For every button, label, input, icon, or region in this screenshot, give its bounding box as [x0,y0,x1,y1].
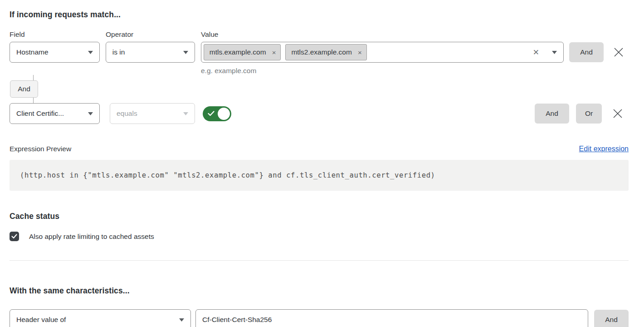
chevron-down-icon [183,112,188,115]
connector-line [33,75,34,80]
delete-condition-icon[interactable] [613,109,623,119]
cached-assets-checkbox[interactable] [10,232,19,241]
characteristic-select-value: Header value of [16,316,66,324]
value-multiselect[interactable]: mtls.example.com × mtls2.example.com × ✕ [201,42,564,63]
cached-assets-option: Also apply rate limiting to cached asset… [10,232,629,241]
remove-tag-icon[interactable]: × [272,49,276,56]
operator-column-label: Operator [106,30,201,39]
expression-preview-label: Expression Preview [10,145,71,153]
value-tag-text: mtls2.example.com [291,48,352,56]
delete-condition-icon[interactable] [614,47,624,57]
operator-select-value: is in [112,48,125,56]
check-icon [11,234,17,239]
operator-select[interactable]: is in [106,42,195,63]
match-section-title: If incoming requests match... [10,10,629,20]
value-tag: mtls2.example.com × [285,44,366,60]
rule-builder-page: If incoming requests match... Field Oper… [0,0,644,327]
add-characteristic-button[interactable]: And [594,310,629,327]
field-select-client-certificate[interactable]: Client Certific... [10,103,100,124]
cached-assets-label: Also apply rate limiting to cached asset… [29,233,154,241]
condition-connector: And [10,75,629,103]
characteristics-row: Header value of And [10,309,629,327]
chevron-down-icon [179,318,184,322]
connector-line [33,98,34,103]
cert-verified-toggle[interactable] [203,106,231,121]
operator-select-value: equals [117,109,137,118]
field-select-value: Hostname [16,48,49,56]
value-tag-text: mtls.example.com [210,48,266,56]
remove-tag-icon[interactable]: × [358,49,362,56]
connector-and-chip[interactable]: And [10,80,38,98]
chevron-down-icon[interactable] [552,51,557,54]
add-and-condition-button[interactable]: And [535,104,569,124]
column-labels: Field Operator Value [10,30,629,39]
operator-select-disabled: equals [110,103,195,124]
value-tag: mtls.example.com × [204,44,281,60]
expression-code-block: (http.host in {"mtls.example.com" "mtls2… [10,160,629,191]
field-select-value: Client Certific... [16,109,64,118]
cache-status-title: Cache status [10,212,629,221]
add-or-condition-button[interactable]: Or [576,104,602,124]
condition-row-1: Hostname is in mtls.example.com × mtls2.… [10,42,629,63]
field-column-label: Field [10,30,106,39]
value-column-label: Value [201,30,219,39]
clear-all-icon[interactable]: ✕ [533,49,539,56]
header-name-input[interactable] [195,309,588,327]
characteristic-select[interactable]: Header value of [10,309,191,327]
chevron-down-icon [183,51,188,54]
condition-row-2: Client Certific... equals And Or [10,103,629,124]
expression-preview-header: Expression Preview Edit expression [10,145,629,153]
edit-expression-link[interactable]: Edit expression [579,145,629,153]
toggle-knob [218,108,230,120]
add-and-condition-button[interactable]: And [569,42,604,62]
section-divider [10,260,629,261]
chevron-down-icon [88,112,93,115]
characteristics-title: With the same characteristics... [10,286,629,296]
chevron-down-icon [88,51,93,54]
value-helper-text: e.g. example.com [201,67,629,75]
expression-code: (http.host in {"mtls.example.com" "mtls2… [20,171,435,179]
field-select-hostname[interactable]: Hostname [10,42,100,63]
check-icon [208,111,215,116]
